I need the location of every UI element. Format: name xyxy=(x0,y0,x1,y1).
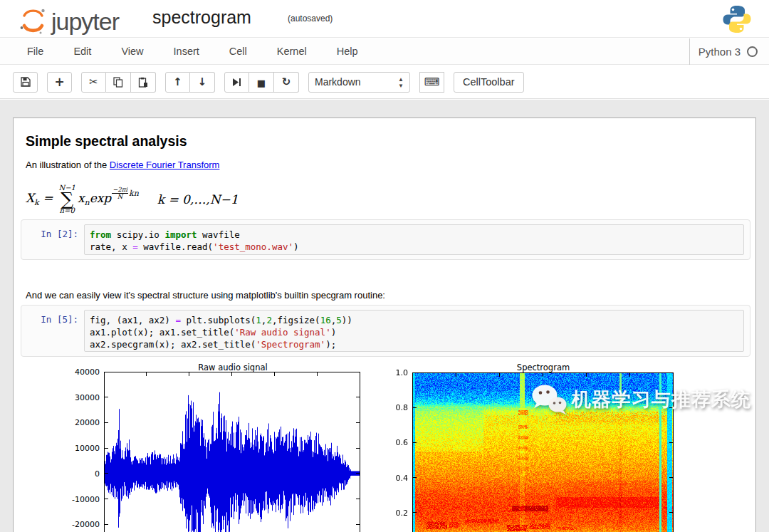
tick-mark xyxy=(356,448,360,449)
restart-kernel-button[interactable]: ↻ xyxy=(274,72,299,93)
menu-file[interactable]: File xyxy=(27,40,43,63)
ytick-label: -10000 xyxy=(67,494,100,504)
move-cell-down-button[interactable]: ↓ xyxy=(190,72,215,93)
waveform-plot xyxy=(104,372,360,532)
markdown-intro: An illustration of the Discrete Fourier … xyxy=(26,160,219,170)
formula-n-sub: n xyxy=(85,199,90,208)
kernel-name: Python 3 xyxy=(699,46,741,58)
code-line: ax1.plot(x); ax1.set_title('Raw audio si… xyxy=(90,326,738,338)
ytick-label: 30000 xyxy=(67,392,100,402)
tick-mark xyxy=(105,473,108,474)
tick-mark xyxy=(413,442,417,443)
toolbar-group: ✂ xyxy=(81,72,156,93)
formula-xn: x xyxy=(78,191,85,205)
tick-mark xyxy=(105,448,108,449)
ytick-label: 10000 xyxy=(67,444,100,453)
dft-link[interactable]: Discrete Fourier Transform xyxy=(110,160,220,170)
stop-icon: ■ xyxy=(257,76,266,88)
tick-mark xyxy=(669,442,673,443)
tick-mark xyxy=(356,473,360,474)
cut-cell-button[interactable]: ✂ xyxy=(81,72,106,93)
math-formula: Xk = N−1 ∑ n=0 xnexp −2πi N kn k = 0,…,N… xyxy=(26,179,239,220)
tick-mark xyxy=(456,373,456,377)
toolbar: +✂↑↓■↻ Markdown ▲▼ ⌨ CellToolbar xyxy=(0,66,769,99)
formula-equals: = xyxy=(43,191,53,205)
menu-cell[interactable]: Cell xyxy=(229,40,247,63)
tick-mark xyxy=(412,373,413,377)
tick-mark xyxy=(274,372,275,376)
tick-mark xyxy=(105,422,108,423)
code-editor[interactable]: from scipy.io import wavfilerate, x = wa… xyxy=(84,224,744,255)
code-line: fig, (ax1, ax2) = plt.subplots(1,2,figsi… xyxy=(90,314,738,326)
scissors-icon: ✂ xyxy=(89,75,98,88)
menubar: FileEditViewInsertCellKernelHelp Python … xyxy=(0,38,769,65)
waveform-canvas xyxy=(105,372,360,532)
save-button[interactable] xyxy=(13,72,38,93)
autosave-status: (autosaved) xyxy=(288,14,333,24)
jupyter-wordmark: jupyter xyxy=(51,8,119,36)
run-icon xyxy=(232,78,241,87)
insert-cell-below-button[interactable]: + xyxy=(47,72,72,93)
tick-mark xyxy=(413,512,417,513)
menu-help[interactable]: Help xyxy=(337,40,358,63)
tick-mark xyxy=(356,397,360,397)
code-editor[interactable]: fig, (ax1, ax2) = plt.subplots(1,2,figsi… xyxy=(84,310,744,352)
code-cell-in5: In [5]: fig, (ax1, ax2) = plt.subplots(1… xyxy=(21,305,750,357)
tick-mark xyxy=(543,373,543,377)
sum-lower-limit: n=0 xyxy=(60,207,75,214)
kernel-indicator-area: Python 3 xyxy=(689,38,758,65)
watermark: 机器学习与推荐系统 xyxy=(530,383,751,416)
tick-mark xyxy=(413,372,417,373)
arrow-up-icon: ↑ xyxy=(173,75,182,88)
copy-cell-button[interactable] xyxy=(106,72,131,93)
wechat-icon xyxy=(530,383,567,416)
tick-mark xyxy=(356,422,360,423)
ytick-label: 0.2 xyxy=(375,508,408,517)
formula-X: X xyxy=(26,191,34,205)
command-palette-button[interactable]: ⌨ xyxy=(419,72,444,93)
markdown-between: And we can easily view it's spectral str… xyxy=(26,290,385,301)
copy-icon xyxy=(113,77,123,88)
formula-exponent-fraction: −2πi N xyxy=(112,187,128,200)
ytick-label: 0.8 xyxy=(375,403,408,412)
tick-mark xyxy=(413,477,417,478)
ytick-label: -20000 xyxy=(67,520,100,529)
ytick-label: 0.6 xyxy=(375,438,408,447)
notebook-header: jupyter spectrogram (autosaved) xyxy=(0,0,769,38)
interrupt-kernel-button[interactable]: ■ xyxy=(249,72,274,93)
frac-numerator: −2πi xyxy=(112,187,128,194)
menu-insert[interactable]: Insert xyxy=(174,40,199,63)
paste-cell-button[interactable] xyxy=(131,72,156,93)
tick-mark xyxy=(231,372,232,376)
formula-k-sub: k xyxy=(34,199,39,208)
menu-view[interactable]: View xyxy=(121,40,143,63)
jupyter-logo[interactable]: jupyter xyxy=(19,6,119,37)
ytick-label: 1.0 xyxy=(375,368,408,377)
ytick-label: 40000 xyxy=(67,367,100,377)
floppy-icon xyxy=(21,77,31,87)
notebook-site: Simple spectral analysis An illustration… xyxy=(0,100,769,532)
python-logo-icon xyxy=(721,3,753,36)
move-cell-up-button[interactable]: ↑ xyxy=(165,72,190,93)
input-prompt: In [5]: xyxy=(30,314,78,325)
refresh-icon: ↻ xyxy=(282,75,291,88)
code-cell-in2: In [2]: from scipy.io import wavfilerate… xyxy=(21,219,750,260)
watermark-text: 机器学习与推荐系统 xyxy=(572,387,751,412)
notebook-title[interactable]: spectrogram xyxy=(152,7,251,28)
celltoolbar-button[interactable]: CellToolbar xyxy=(454,72,524,93)
tick-mark xyxy=(105,397,108,397)
formula-sum: N−1 ∑ n=0 xyxy=(58,184,75,215)
code-line: ax2.specgram(x); ax2.set_title('Spectrog… xyxy=(90,338,738,350)
menu-edit[interactable]: Edit xyxy=(73,40,91,63)
waveform-title: Raw audio signal xyxy=(198,363,267,372)
cell-type-select[interactable]: Markdown ▲▼ xyxy=(308,72,410,93)
keyboard-icon: ⌨ xyxy=(424,75,440,88)
tick-mark xyxy=(413,407,417,408)
menu-kernel[interactable]: Kernel xyxy=(277,40,307,63)
run-cell-button[interactable] xyxy=(224,72,249,93)
markdown-heading: Simple spectral analysis xyxy=(26,133,187,150)
tick-mark xyxy=(105,524,108,525)
formula-exp: exp xyxy=(90,191,112,205)
cell-type-selected: Markdown xyxy=(315,76,361,88)
formula-exp-tail: kn xyxy=(129,189,139,198)
